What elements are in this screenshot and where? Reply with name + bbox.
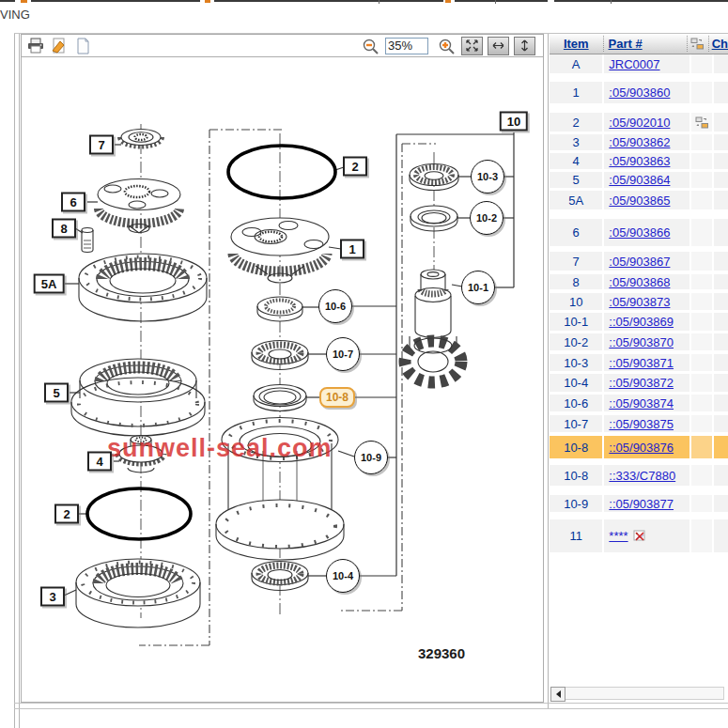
assembly-cell xyxy=(691,172,712,188)
table-row: 10-9::05/903877 xyxy=(550,495,728,512)
table-row: 10:05/903873 xyxy=(550,293,728,310)
table-row: 3:05/903862 xyxy=(550,134,728,150)
part-number-link[interactable]: ::05/903876 xyxy=(609,441,674,455)
cropped-row-decoration xyxy=(554,0,728,2)
part-number-link[interactable]: :05/903863 xyxy=(609,154,670,168)
part-cell: **** xyxy=(604,519,689,552)
part-number-link[interactable]: **** xyxy=(609,529,627,543)
diagram-callout-10-1[interactable]: 10-1 xyxy=(461,271,495,304)
part-number-link[interactable]: JRC0007 xyxy=(609,57,659,71)
part-number-link[interactable]: :05/903868 xyxy=(609,275,670,289)
part-number-link[interactable]: ::05/903872 xyxy=(609,376,674,390)
fit-height-button[interactable] xyxy=(514,37,535,55)
table-row: 8:05/903868 xyxy=(550,274,728,289)
part-number-link[interactable]: :05/903860 xyxy=(609,85,670,100)
diagram-callout-2[interactable]: 2 xyxy=(54,504,79,524)
part-cell: ::05/903870 xyxy=(604,333,689,350)
fit-page-button[interactable] xyxy=(461,37,483,55)
part-number-link[interactable]: ::05/903869 xyxy=(609,315,674,329)
table-horizontal-scrollbar[interactable] xyxy=(550,687,724,700)
diagram-callout-3[interactable]: 3 xyxy=(40,587,65,607)
diagram-callout-10-4[interactable]: 10-4 xyxy=(326,559,360,593)
change-cell xyxy=(714,113,728,132)
change-cell xyxy=(714,274,728,289)
column-header-change[interactable]: Ch xyxy=(709,34,728,54)
fit-width-button[interactable] xyxy=(488,37,509,55)
zoom-level-input[interactable] xyxy=(385,38,428,54)
part-cell: :05/903866 xyxy=(604,219,689,246)
part-number-link[interactable]: :05/903862 xyxy=(609,135,670,149)
change-cell xyxy=(714,395,728,411)
change-cell xyxy=(714,82,728,103)
part-number-link[interactable]: :05/903864 xyxy=(609,173,670,187)
part-number-link[interactable]: :05/903867 xyxy=(609,255,670,269)
change-cell xyxy=(714,191,728,209)
diagram-callout-10-2[interactable]: 10-2 xyxy=(470,201,503,235)
part-number-link[interactable]: ::05/903871 xyxy=(609,356,674,370)
scroll-left-button[interactable] xyxy=(550,687,565,702)
part-number-link[interactable]: ::333/C7880 xyxy=(609,469,675,483)
scrollbar-track[interactable] xyxy=(565,687,724,700)
column-header-item[interactable]: Item xyxy=(550,34,603,54)
column-header-assembly[interactable] xyxy=(688,34,708,54)
new-page-icon[interactable] xyxy=(73,38,92,54)
diagram-callout-10-8[interactable]: 10-8 xyxy=(319,387,355,408)
change-cell xyxy=(714,219,728,246)
panel-border xyxy=(14,703,728,704)
diagram-callout-6[interactable]: 6 xyxy=(61,193,85,212)
diagram-callout-5a[interactable]: 5A xyxy=(34,274,65,294)
table-row: 2:05/902010 xyxy=(550,113,728,132)
part-number-link[interactable]: :05/902010 xyxy=(609,116,670,130)
parts-table-header: Item Part # Ch xyxy=(550,34,728,54)
assembly-tree-icon[interactable] xyxy=(695,116,709,129)
item-cell: 5A xyxy=(550,191,602,209)
fit-width-icon xyxy=(492,40,504,51)
part-number-link[interactable]: ::05/903870 xyxy=(609,335,674,349)
print-icon[interactable] xyxy=(26,38,45,54)
zoom-out-icon[interactable] xyxy=(362,38,380,54)
column-header-part[interactable]: Part # xyxy=(604,34,687,54)
diagram-callout-8[interactable]: 8 xyxy=(52,219,76,239)
diagram-callout-1[interactable]: 1 xyxy=(340,240,364,259)
part-number-link[interactable]: :05/903866 xyxy=(609,225,670,240)
item-cell: A xyxy=(550,54,602,73)
diagram-callout-4[interactable]: 4 xyxy=(87,452,112,472)
table-row: 10-1::05/903869 xyxy=(550,313,728,331)
export-document-icon[interactable] xyxy=(50,38,69,54)
assembly-cell xyxy=(691,374,712,392)
change-cell xyxy=(714,313,728,331)
part-number-link[interactable]: :05/903873 xyxy=(609,295,670,309)
change-cell xyxy=(714,415,728,432)
diagram-callout-7[interactable]: 7 xyxy=(89,135,114,155)
diagram-callout-10-7[interactable]: 10-7 xyxy=(326,337,360,371)
change-cell xyxy=(714,153,728,169)
part-cell: ::05/903874 xyxy=(604,395,689,411)
part-number-link[interactable]: ::05/903875 xyxy=(609,417,674,431)
assembly-cell xyxy=(691,113,712,132)
change-cell xyxy=(714,354,728,371)
diagram-callout-2[interactable]: 2 xyxy=(343,157,367,177)
diagram-callout-10-9[interactable]: 10-9 xyxy=(354,441,388,474)
change-cell xyxy=(714,252,728,271)
table-row: 10-7::05/903875 xyxy=(550,415,728,432)
zoom-in-icon[interactable] xyxy=(438,38,457,54)
drawing-number: 329360 xyxy=(418,645,465,661)
item-cell: 8 xyxy=(550,274,602,289)
part-number-link[interactable]: ::05/903877 xyxy=(609,497,674,511)
assembly-cell xyxy=(691,333,712,350)
diagram-callout-10[interactable]: 10 xyxy=(500,112,528,132)
change-cell xyxy=(714,333,728,350)
part-number-link[interactable]: :05/903865 xyxy=(609,194,670,208)
item-cell: 7 xyxy=(550,252,602,271)
part-number-link[interactable]: ::05/903874 xyxy=(609,396,674,410)
fit-page-icon xyxy=(466,39,478,52)
item-cell: 10-1 xyxy=(550,313,602,331)
assembly-cell xyxy=(691,313,712,331)
change-cell xyxy=(714,495,728,512)
assembly-cell xyxy=(691,465,712,486)
change-cell xyxy=(714,293,728,310)
diagram-callout-5[interactable]: 5 xyxy=(44,383,69,403)
cropped-row-decoration xyxy=(214,0,443,2)
diagram-callout-10-3[interactable]: 10-3 xyxy=(471,160,504,194)
diagram-callout-10-6[interactable]: 10-6 xyxy=(318,289,352,323)
